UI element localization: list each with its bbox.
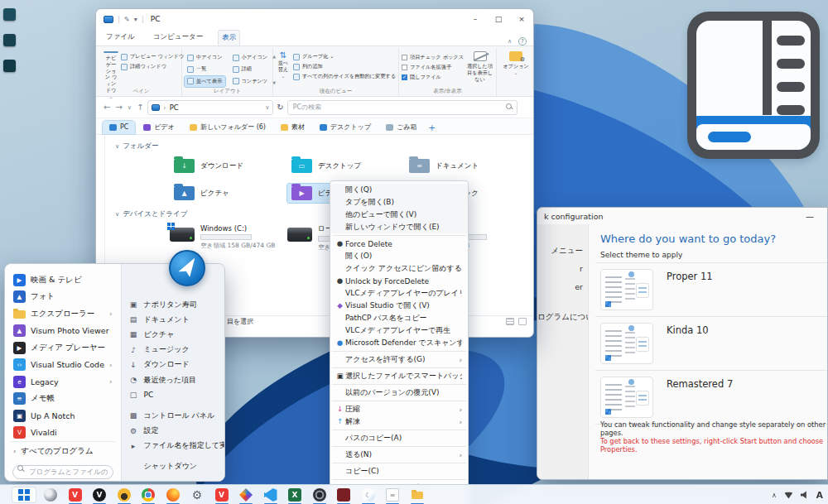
start-search-input[interactable] — [12, 465, 113, 479]
ime-indicator[interactable]: A — [816, 490, 823, 500]
view-option-button[interactable]: グループ化 ⌄ — [293, 53, 396, 60]
refresh-icon[interactable]: ↻ — [277, 103, 283, 112]
address-dropdown-icon[interactable]: ∨ — [265, 104, 269, 111]
theme-card[interactable]: Remastered 7 — [595, 371, 827, 425]
start-menu-place[interactable]: ♪ ミュージック — [128, 343, 225, 358]
customize-icon[interactable]: ✎ — [124, 16, 130, 23]
context-menu-item[interactable]: パスのコピー(A) — [330, 432, 468, 444]
show-hide-checkbox[interactable]: ✓隠しファイル — [402, 74, 464, 81]
desktop-shortcut-icon[interactable] — [3, 34, 16, 46]
config-titlebar[interactable]: k configuration — — [537, 208, 827, 224]
folder-item[interactable]: ↓ダウンロード — [170, 156, 279, 175]
context-menu-item[interactable] — [332, 367, 466, 368]
maximize-icon[interactable]: □ — [487, 9, 510, 29]
tray-overflow-icon[interactable]: ∧ — [772, 492, 777, 499]
start-menu-app[interactable]: ▶ メディア プレーヤー — [11, 339, 115, 357]
taskbar-app[interactable]: V — [92, 487, 107, 503]
help-icon[interactable]: ? — [518, 37, 527, 46]
navigation-pane-button[interactable]: ナビゲーション ウィンドウ ⌄ — [104, 50, 118, 87]
start-menu-place[interactable]: ▦ ピクチャ — [128, 327, 225, 342]
up-icon[interactable]: ↑ — [136, 103, 144, 112]
layout-option-button[interactable]: 並べて表示 — [185, 76, 225, 87]
explorer-tab[interactable]: デスクトップ — [313, 121, 378, 134]
start-menu-place[interactable]: ▩ コントロール パネル — [128, 408, 225, 423]
context-menu-item[interactable]: 以前のバージョンの復元(V) — [330, 386, 468, 399]
taskbar-app[interactable]: V — [214, 487, 229, 503]
start-menu-place[interactable]: ▸ ファイル名を指定して実行... — [128, 439, 225, 454]
taskbar-app[interactable] — [263, 487, 278, 503]
drive-item[interactable]: Windows (C:) 空き領域 158 GB/474 GB — [170, 224, 284, 252]
explorer-search-input[interactable] — [287, 100, 518, 115]
ribbon-tab[interactable]: ファイル — [103, 30, 138, 46]
desktop-shortcut-icon[interactable] — [3, 8, 16, 21]
layout-option-button[interactable]: 中アイコン — [185, 52, 225, 63]
explorer-titlebar[interactable]: | ✎ ▾ | PC – □ × — [96, 9, 533, 29]
ribbon-tab[interactable]: コンピューター — [150, 30, 207, 46]
show-hide-checkbox[interactable]: ✓ファイル名拡張子 — [402, 64, 464, 71]
context-menu-item[interactable]: ● Microsoft Defender でスキャンする... — [330, 337, 468, 349]
context-menu-item[interactable]: 他のビューで開く(V) — [330, 209, 468, 221]
recent-locations-icon[interactable]: ∨ — [127, 104, 132, 111]
context-menu-item[interactable] — [332, 401, 466, 401]
taskbar-app[interactable] — [238, 487, 253, 503]
close-icon[interactable]: × — [510, 9, 533, 29]
layout-option-button[interactable]: 詳細 — [230, 64, 271, 74]
context-menu-item[interactable] — [332, 446, 466, 447]
start-menu-app[interactable]: ‹› Visual Studio Code › — [11, 357, 115, 374]
start-menu-place[interactable]: ◔ 最近使った項目 › — [128, 372, 225, 387]
context-menu-item[interactable] — [332, 463, 466, 463]
preview-pane-button[interactable]: プレビュー ウィンドウ — [121, 53, 184, 60]
folder-item[interactable]: ≡ドキュメント — [405, 156, 514, 175]
user-avatar[interactable] — [169, 250, 205, 286]
taskbar-app[interactable]: ⚙ — [190, 487, 205, 503]
start-menu-place[interactable]: ▤ ドキュメント — [128, 312, 225, 327]
start-menu-app[interactable]: ≡ メモ帳 — [11, 391, 115, 408]
context-menu-item[interactable]: ↓ 圧縮 › — [330, 403, 468, 415]
explorer-tab[interactable]: ごみ箱 — [379, 121, 423, 134]
start-menu-app[interactable]: ▣ Up A Notch — [11, 407, 115, 425]
taskbar-app[interactable] — [312, 487, 327, 503]
context-menu-item[interactable]: アクセスを許可する(G) › — [330, 353, 468, 366]
breadcrumb[interactable]: › PC ∨ — [147, 100, 273, 115]
context-menu-item[interactable]: 開く(O) — [330, 250, 468, 262]
forward-icon[interactable]: → — [114, 103, 123, 112]
config-sidebar-item[interactable]: r — [537, 264, 588, 276]
folder-item[interactable]: ▲ピクチャ — [170, 184, 279, 203]
context-menu-item[interactable] — [332, 430, 466, 430]
taskbar-app[interactable] — [117, 487, 132, 503]
start-menu-app[interactable]: ▲ フォト — [11, 289, 115, 306]
config-sidebar-item[interactable]: ログラムについて — [537, 312, 588, 324]
collapse-ribbon-icon[interactable]: ∧ — [508, 38, 512, 45]
start-menu-app[interactable]: e Legacy › — [11, 373, 115, 391]
start-menu-app[interactable]: ▶ 映画 & テレビ — [11, 271, 115, 289]
minimize-icon[interactable]: — — [799, 212, 821, 221]
taskbar-app[interactable] — [336, 487, 351, 503]
context-menu-item[interactable] — [332, 235, 466, 236]
ribbon-tab[interactable]: 表示 — [218, 30, 240, 46]
context-menu-item[interactable]: ● Unlock by ForceDelete — [330, 275, 468, 287]
context-menu-item[interactable]: ● Force Delete — [330, 238, 468, 250]
taskbar-app[interactable]: ≡ — [385, 487, 400, 503]
explorer-tab[interactable]: 素材 — [274, 121, 311, 134]
taskbar-app[interactable]: V — [68, 487, 83, 503]
sort-by-button[interactable]: ⇅ 並べ替え ⌄ — [276, 50, 291, 87]
explorer-tab[interactable]: ビデオ — [137, 121, 181, 134]
options-button[interactable]: オプション ⌄ — [499, 50, 532, 87]
view-option-button[interactable]: 列の追加 — [293, 63, 396, 70]
folder-item[interactable]: ▭デスクトップ — [287, 156, 397, 175]
context-menu-item[interactable]: 送る(N) › — [330, 449, 468, 461]
start-menu-place[interactable]: ↓ ダウンロード — [128, 358, 225, 372]
start-menu-app[interactable]: エクスプローラー › — [11, 305, 115, 323]
context-menu-item[interactable]: クイック アクセスにピン留めする — [330, 262, 468, 275]
config-sidebar-item[interactable]: er — [537, 282, 588, 294]
section-header-folders[interactable]: ∨フォルダー — [115, 142, 537, 151]
back-icon[interactable]: ← — [103, 103, 111, 112]
start-menu-place[interactable]: ⚙ 設定 — [128, 424, 225, 439]
start-menu-app[interactable]: V Vivaldi — [11, 425, 115, 442]
start-menu-place[interactable]: シャットダウン › — [128, 459, 225, 474]
details-pane-button[interactable]: 詳細ウィンドウ — [121, 63, 184, 70]
volume-icon[interactable] — [801, 491, 809, 499]
context-menu-item[interactable] — [332, 351, 466, 352]
context-menu-item[interactable]: ↑ 解凍 › — [330, 415, 468, 428]
taskbar-app[interactable] — [43, 487, 58, 503]
